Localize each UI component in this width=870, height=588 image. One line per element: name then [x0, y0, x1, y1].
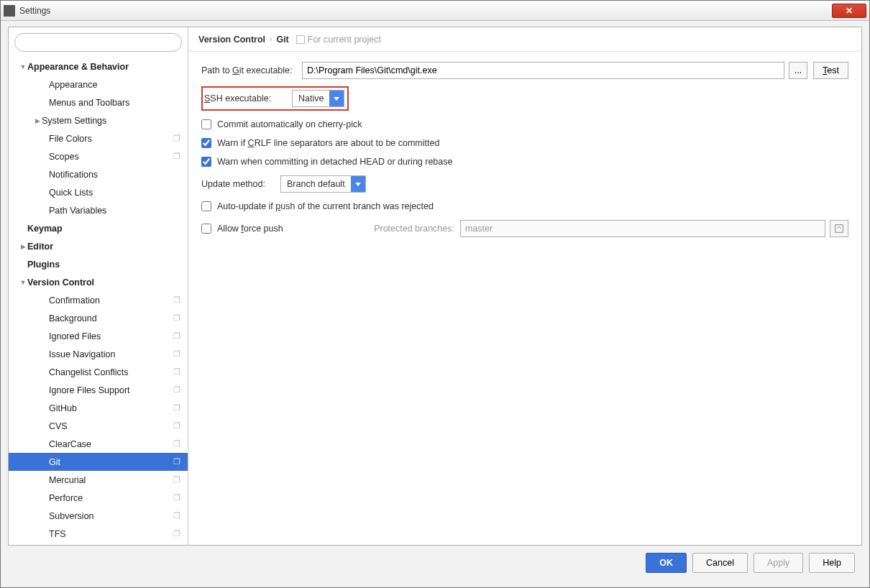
update-value: Branch default	[281, 179, 351, 189]
main-panel: Version Control › Git For current projec…	[188, 27, 861, 545]
sidebar-item-subversion[interactable]: Subversion❐	[9, 507, 188, 525]
svg-rect-2	[835, 225, 843, 233]
copy-icon: ❐	[172, 152, 182, 161]
titlebar: Settings ✕	[1, 1, 869, 21]
sidebar-item-scopes[interactable]: Scopes❐	[9, 147, 188, 165]
sidebar-item-label: File Colors	[49, 134, 172, 144]
sidebar-item-plugins[interactable]: Plugins	[9, 255, 188, 273]
sidebar-item-label: Appearance & Behavior	[27, 62, 172, 72]
sidebar-item-clearcase[interactable]: ClearCase❐	[9, 435, 188, 453]
sidebar-item-changelist-conflicts[interactable]: Changelist Conflicts❐	[9, 363, 188, 381]
sidebar-item-background[interactable]: Background❐	[9, 309, 188, 327]
search-input[interactable]	[14, 33, 182, 52]
sidebar-item-label: Plugins	[27, 259, 172, 270]
sidebar-item-appearance[interactable]: Appearance	[9, 75, 188, 93]
settings-window: Settings ✕ Appearance & BehaviorAppearan…	[0, 0, 870, 588]
cherry-pick-label: Commit automatically on cherry-pick	[217, 119, 362, 129]
sidebar-item-menus-and-toolbars[interactable]: Menus and Toolbars	[9, 93, 188, 111]
crlf-checkbox[interactable]	[201, 138, 211, 148]
cancel-button[interactable]: Cancel	[692, 553, 748, 573]
settings-tree[interactable]: Appearance & BehaviorAppearanceMenus and…	[9, 58, 188, 545]
sidebar-item-ignored-files[interactable]: Ignored Files❐	[9, 327, 188, 345]
ssh-select[interactable]: Native	[292, 90, 344, 107]
apply-button[interactable]: Apply	[754, 553, 803, 573]
sidebar-item-github[interactable]: GitHub❐	[9, 399, 188, 417]
expand-button[interactable]	[830, 220, 848, 237]
sidebar-item-version-control[interactable]: Version Control	[9, 273, 188, 291]
copy-icon: ❐	[172, 457, 182, 467]
chevron-down-icon[interactable]	[19, 279, 27, 286]
crlf-label: Warn if CRLF line separators are about t…	[217, 138, 439, 148]
chevron-right-icon[interactable]	[19, 243, 27, 250]
inner-panel: Appearance & BehaviorAppearanceMenus and…	[8, 27, 862, 546]
content: Path to Git executable: ... Test SSH exe…	[188, 52, 861, 545]
dropdown-icon	[329, 91, 344, 106]
copy-icon: ❐	[172, 331, 182, 341]
chevron-down-icon[interactable]	[19, 63, 27, 70]
window-title: Settings	[19, 6, 50, 16]
crlf-row: Warn if CRLF line separators are about t…	[201, 138, 848, 148]
protected-input[interactable]	[460, 220, 825, 237]
sidebar-item-label: ClearCase	[49, 439, 172, 449]
force-push-checkbox[interactable]	[201, 224, 211, 234]
sidebar-item-label: Scopes	[49, 152, 172, 162]
git-path-input[interactable]	[302, 62, 784, 79]
update-select[interactable]: Branch default	[280, 175, 366, 193]
sidebar-item-label: Mercurial	[49, 475, 172, 485]
test-button[interactable]: Test	[813, 62, 848, 79]
sidebar-item-keymap[interactable]: Keymap	[9, 219, 188, 237]
sidebar-item-appearance-behavior[interactable]: Appearance & Behavior	[9, 58, 188, 75]
copy-icon: ❐	[172, 511, 182, 520]
expand-icon	[834, 224, 844, 234]
sidebar-item-system-settings[interactable]: System Settings	[9, 111, 188, 129]
copy-icon: ❐	[172, 403, 182, 413]
detached-checkbox[interactable]	[201, 157, 211, 167]
sidebar-item-label: Ignore Files Support	[49, 385, 172, 395]
copy-icon: ❐	[172, 529, 182, 538]
sidebar-item-perforce[interactable]: Perforce❐	[9, 489, 188, 507]
sidebar-item-label: GitHub	[49, 403, 172, 413]
breadcrumb-sep: ›	[270, 35, 272, 43]
footer: OK Cancel Apply Help	[8, 546, 862, 580]
sidebar-item-label: TFS	[49, 529, 172, 539]
breadcrumb-leaf: Git	[276, 35, 288, 45]
git-path-row: Path to Git executable: ... Test	[201, 62, 848, 79]
copy-icon: ❐	[172, 313, 182, 323]
ok-button[interactable]: OK	[646, 553, 687, 573]
sidebar-item-issue-navigation[interactable]: Issue Navigation❐	[9, 345, 188, 363]
chevron-right-icon[interactable]	[33, 117, 42, 124]
detached-label: Warn when committing in detached HEAD or…	[217, 157, 452, 167]
copy-icon: ❐	[172, 367, 182, 377]
help-button[interactable]: Help	[809, 553, 855, 573]
sidebar-item-label: Confirmation	[49, 295, 172, 306]
sidebar: Appearance & BehaviorAppearanceMenus and…	[9, 27, 188, 545]
sidebar-item-label: System Settings	[42, 116, 172, 126]
sidebar-item-editor[interactable]: Editor	[9, 237, 188, 255]
dropdown-icon	[351, 176, 365, 192]
sidebar-item-notifications[interactable]: Notifications	[9, 165, 188, 183]
breadcrumb-root: Version Control	[198, 35, 265, 45]
detached-row: Warn when committing in detached HEAD or…	[201, 157, 848, 167]
sidebar-item-mercurial[interactable]: Mercurial❐	[9, 471, 188, 489]
close-button[interactable]: ✕	[832, 4, 866, 18]
sidebar-item-file-colors[interactable]: File Colors❐	[9, 129, 188, 147]
sidebar-item-confirmation[interactable]: Confirmation❐	[9, 291, 188, 309]
sidebar-item-cvs[interactable]: CVS❐	[9, 417, 188, 435]
sidebar-item-label: Menus and Toolbars	[49, 98, 172, 108]
protected-label: Protected branches:	[367, 224, 460, 234]
copy-icon: ❐	[172, 421, 182, 431]
sidebar-item-label: Perforce	[49, 493, 172, 503]
cherry-pick-row: Commit automatically on cherry-pick	[201, 119, 848, 129]
sidebar-item-quick-lists[interactable]: Quick Lists	[9, 183, 188, 201]
sidebar-item-label: Version Control	[27, 277, 172, 288]
sidebar-item-label: Ignored Files	[49, 331, 172, 341]
sidebar-item-path-variables[interactable]: Path Variables	[9, 201, 188, 219]
sidebar-item-git[interactable]: Git❐	[9, 453, 188, 471]
auto-update-checkbox[interactable]	[201, 201, 211, 211]
sidebar-item-tfs[interactable]: TFS❐	[9, 525, 188, 543]
cherry-pick-checkbox[interactable]	[201, 119, 211, 129]
copy-icon: ❐	[172, 439, 182, 449]
copy-icon: ❐	[172, 385, 182, 395]
sidebar-item-ignore-files-support[interactable]: Ignore Files Support❐	[9, 381, 188, 399]
browse-button[interactable]: ...	[789, 62, 807, 79]
